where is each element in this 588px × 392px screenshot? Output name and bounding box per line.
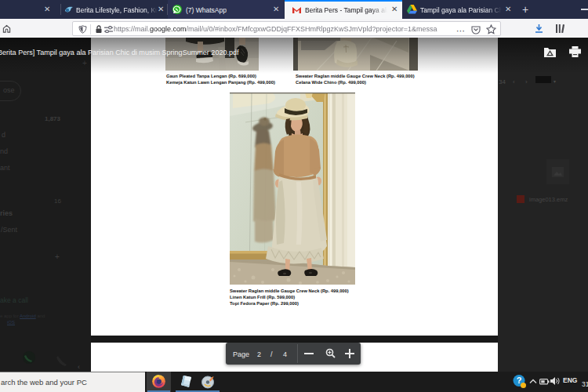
svg-text:?: ?: [517, 376, 522, 385]
